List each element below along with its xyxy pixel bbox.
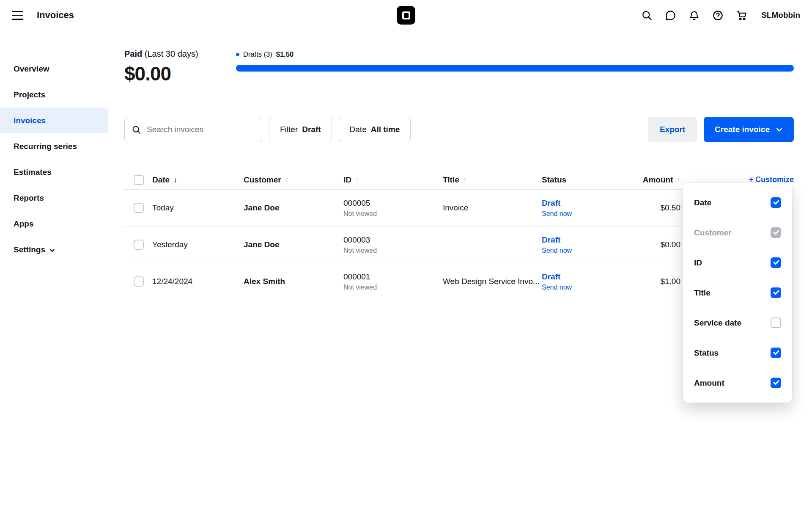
create-invoice-button[interactable]: Create invoice [704, 117, 794, 142]
paid-period: (Last 30 days) [145, 49, 198, 58]
export-button[interactable]: Export [648, 117, 697, 142]
sidebar-item-projects[interactable]: Projects [0, 82, 108, 108]
viewed-status: Not viewed [343, 284, 443, 291]
filter-dropdown-button[interactable]: Filter Draft [269, 117, 332, 142]
column-header-label: ID [343, 175, 351, 185]
customize-option-label: Customer [694, 228, 732, 237]
checkbox[interactable] [771, 348, 781, 358]
customize-option-label: Amount [694, 378, 724, 388]
chevron-down-icon [49, 247, 55, 254]
sidebar-item-settings[interactable]: Settings [0, 237, 108, 262]
column-header-status[interactable]: Status [542, 175, 642, 185]
checkbox[interactable] [771, 257, 781, 268]
customize-columns-panel: Date Customer ID Title Service date [683, 183, 792, 403]
create-invoice-label: Create invoice [715, 125, 770, 134]
date-dropdown-button[interactable]: Date All time [339, 117, 411, 142]
sort-asc-icon[interactable]: ↑ [285, 176, 289, 183]
checkbox[interactable] [771, 287, 781, 298]
status-draft-link[interactable]: Draft [542, 199, 642, 208]
checkbox[interactable] [771, 318, 781, 328]
paid-summary: Paid (Last 30 days) $0.00 [124, 49, 236, 85]
drafts-label[interactable]: Drafts (3) [243, 50, 272, 58]
customize-option-title[interactable]: Title [683, 278, 792, 308]
square-logo-inner [402, 11, 410, 19]
sidebar-item-label: Invoices [14, 116, 46, 125]
customize-option-id[interactable]: ID [683, 248, 792, 278]
search-invoices-box[interactable] [124, 117, 262, 142]
sidebar-item-label: Apps [14, 219, 34, 229]
date-value: All time [371, 125, 400, 134]
sidebar-item-apps[interactable]: Apps [0, 211, 108, 237]
cell-customer: Jane Doe [244, 203, 343, 213]
customize-option-date[interactable]: Date [683, 188, 792, 218]
sort-asc-icon[interactable]: ↑ [355, 176, 359, 183]
cell-title: Web Design Service Invo... [443, 277, 542, 286]
customize-option-label: Title [694, 288, 710, 298]
messages-icon[interactable] [665, 10, 676, 21]
summary-section: Paid (Last 30 days) $0.00 Drafts (3) $1.… [124, 49, 794, 85]
checkbox[interactable] [771, 197, 781, 208]
column-header-amount[interactable]: Amount ↑ [643, 175, 680, 185]
sidebar-item-label: Overview [14, 64, 49, 74]
search-invoices-input[interactable] [147, 125, 255, 134]
sidebar-item-estimates[interactable]: Estimates [0, 159, 108, 185]
customize-option-label: Service date [694, 318, 741, 328]
date-label: Date [350, 125, 367, 134]
cart-icon[interactable] [736, 10, 747, 21]
customize-option-service-date[interactable]: Service date [683, 308, 792, 338]
sidebar-item-overview[interactable]: Overview [0, 56, 108, 82]
paid-title: Paid [124, 49, 142, 58]
checkbox[interactable] [771, 378, 781, 388]
cell-status: Draft Send now [542, 199, 642, 218]
cell-customer: Alex Smith [244, 277, 343, 286]
square-logo[interactable] [397, 6, 415, 25]
invoice-id: 000005 [343, 199, 443, 208]
row-checkbox[interactable] [134, 203, 144, 213]
customize-option-amount[interactable]: Amount [683, 368, 792, 398]
cell-amount: $1.00 [660, 277, 680, 286]
hamburger-menu-icon[interactable] [12, 11, 23, 20]
account-name[interactable]: SLMobbin [761, 11, 800, 20]
checkbox [771, 227, 781, 238]
cell-id: 000005 Not viewed [343, 199, 443, 218]
column-header-id[interactable]: ID ↑ [343, 175, 443, 185]
column-header-date[interactable]: Date ↓ [152, 175, 244, 185]
status-draft-link[interactable]: Draft [542, 272, 642, 282]
send-now-link[interactable]: Send now [542, 284, 642, 291]
send-now-link[interactable]: Send now [542, 210, 642, 218]
drafts-dot-icon [236, 53, 239, 56]
sort-desc-icon[interactable]: ↓ [173, 176, 178, 184]
invoices-toolbar: Filter Draft Date All time Export Create… [124, 117, 794, 142]
column-header-customer[interactable]: Customer ↑ [244, 175, 343, 185]
section-divider [124, 98, 794, 98]
customize-option-label: Date [694, 198, 711, 207]
sidebar-item-invoices[interactable]: Invoices [0, 108, 108, 133]
cell-status: Draft Send now [542, 235, 642, 254]
select-all-checkbox[interactable] [134, 175, 144, 185]
cell-amount: $0.00 [660, 240, 680, 249]
row-checkbox[interactable] [134, 276, 144, 287]
row-checkbox[interactable] [134, 240, 144, 250]
sort-asc-icon[interactable]: ↑ [677, 176, 681, 183]
cell-status: Draft Send now [542, 272, 642, 291]
column-header-title[interactable]: Title ↑ [443, 175, 542, 185]
customize-option-status[interactable]: Status [683, 338, 792, 368]
sidebar-item-label: Projects [14, 90, 45, 99]
sidebar: Overview Projects Invoices Recurring ser… [0, 30, 108, 508]
invoices-table: Date ↓ Customer ↑ ID ↑ Title ↑ Status [124, 170, 794, 300]
invoice-id: 000001 [343, 272, 443, 282]
notifications-bell-icon[interactable] [689, 10, 700, 21]
column-header-label: Amount [643, 175, 673, 185]
page-title: Invoices [37, 10, 74, 21]
search-icon[interactable] [641, 10, 653, 21]
help-icon[interactable] [712, 10, 724, 21]
main-content: Paid (Last 30 days) $0.00 Drafts (3) $1.… [108, 30, 812, 508]
status-draft-link[interactable]: Draft [542, 235, 642, 245]
sort-asc-icon[interactable]: ↑ [463, 176, 467, 183]
sidebar-item-label: Recurring series [14, 142, 77, 151]
sidebar-item-recurring-series[interactable]: Recurring series [0, 133, 108, 159]
send-now-link[interactable]: Send now [542, 247, 642, 254]
cell-date: Yesterday [152, 240, 244, 249]
sidebar-item-reports[interactable]: Reports [0, 185, 108, 211]
viewed-status: Not viewed [343, 247, 443, 254]
